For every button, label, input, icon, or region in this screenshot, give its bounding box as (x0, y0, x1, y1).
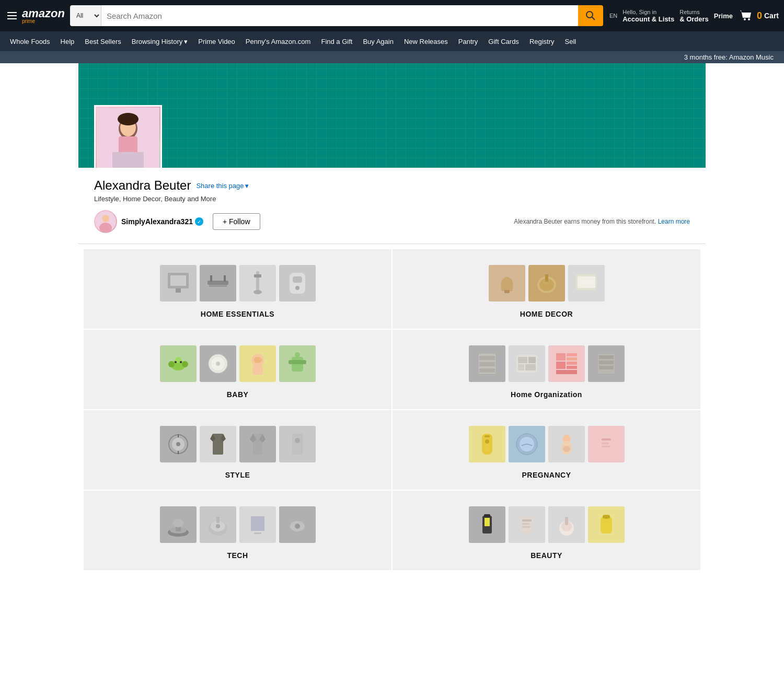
home-organization-label: Home Organization (511, 390, 582, 399)
svg-rect-31 (578, 276, 595, 288)
amazon-logo[interactable]: amazon prime (22, 8, 65, 24)
svg-rect-22 (254, 274, 261, 277)
home-essentials-images (160, 265, 316, 302)
nav-sell[interactable]: Sell (560, 34, 581, 49)
header-right: EN Hello, Sign in Account & Lists Return… (609, 7, 779, 24)
tech-images (160, 506, 316, 543)
pregnancy-img-4 (588, 426, 625, 462)
svg-rect-98 (254, 532, 261, 534)
svg-point-40 (216, 362, 220, 366)
profile-name: Alexandra Beuter (94, 178, 191, 193)
cart-button[interactable]: 0 Cart (738, 7, 779, 24)
category-home-essentials[interactable]: HOME ESSENTIALS (84, 249, 391, 329)
search-input[interactable] (101, 5, 578, 26)
svg-rect-18 (210, 275, 212, 282)
section-divider (78, 244, 706, 244)
svg-point-37 (180, 361, 182, 363)
svg-rect-59 (567, 357, 577, 361)
nav-browsing-history[interactable]: Browsing History ▾ (127, 34, 193, 49)
category-beauty[interactable]: BEAUTY (393, 491, 700, 570)
svg-rect-58 (567, 353, 577, 356)
svg-rect-95 (216, 517, 220, 523)
search-category-dropdown[interactable]: All (70, 5, 101, 26)
nav-registry[interactable]: Registry (525, 34, 559, 49)
tech-img-3 (239, 506, 276, 543)
category-tech[interactable]: TECH (84, 491, 391, 570)
profile-user-row: SimplyAlexandra321 ✓ + Follow (94, 210, 260, 233)
nav-gift-cards[interactable]: Gift Cards (483, 34, 524, 49)
svg-rect-86 (602, 443, 609, 444)
share-chevron-icon: ▾ (245, 182, 249, 190)
svg-rect-111 (565, 517, 568, 525)
svg-rect-24 (293, 276, 302, 283)
returns-top-text: Returns (679, 9, 709, 15)
svg-rect-64 (599, 355, 614, 359)
svg-rect-15 (176, 288, 181, 293)
beauty-img-4 (588, 506, 625, 543)
category-baby[interactable]: BABY (84, 330, 391, 409)
svg-rect-108 (522, 526, 531, 528)
tech-img-1 (160, 506, 197, 543)
nav-new-releases[interactable]: New Releases (399, 34, 453, 49)
language-selector[interactable]: EN (609, 13, 617, 19)
svg-rect-23 (290, 273, 305, 294)
svg-rect-53 (528, 357, 536, 363)
category-home-decor[interactable]: HOME DECOR (393, 249, 700, 329)
follow-button[interactable]: + Follow (213, 213, 260, 230)
hamburger-menu-button[interactable] (5, 10, 19, 21)
svg-rect-87 (602, 446, 610, 447)
prime-button[interactable]: Prime (714, 12, 733, 20)
baby-images (160, 345, 316, 382)
username-verified-row: SimplyAlexandra321 ✓ (121, 217, 203, 226)
style-img-3 (239, 426, 276, 462)
svg-rect-55 (525, 364, 536, 370)
home-essentials-label: HOME ESSENTIALS (201, 310, 274, 318)
nav-pantry[interactable]: Pantry (454, 34, 483, 49)
nav-help[interactable]: Help (56, 34, 79, 49)
prime-label: Prime (714, 12, 733, 20)
avatar (94, 210, 117, 233)
account-and-lists-button[interactable]: Hello, Sign in Account & Lists (622, 9, 674, 23)
pregnancy-images (469, 426, 625, 462)
svg-point-3 (748, 18, 750, 20)
nav-prime-video[interactable]: Prime Video (193, 34, 240, 49)
beauty-images (469, 506, 625, 543)
nav-whole-foods[interactable]: Whole Foods (5, 34, 55, 49)
category-home-organization[interactable]: Home Organization (393, 330, 700, 409)
svg-rect-71 (178, 451, 179, 454)
style-img-1 (160, 426, 197, 462)
search-button[interactable] (578, 5, 603, 26)
baby-img-1 (160, 345, 197, 382)
home-decor-images (489, 265, 605, 302)
baby-label: BABY (227, 390, 249, 399)
svg-rect-17 (209, 285, 227, 287)
home-essentials-img-1 (160, 265, 197, 302)
nav-best-sellers[interactable]: Best Sellers (80, 34, 125, 49)
baby-img-3 (239, 345, 276, 382)
home-organization-images (469, 345, 625, 382)
svg-rect-54 (518, 364, 524, 370)
nav-pennys-amazon[interactable]: Penny's Amazon.com (241, 34, 316, 49)
learn-more-link[interactable]: Learn more (658, 218, 690, 225)
svg-rect-77 (485, 435, 490, 437)
svg-rect-66 (599, 366, 614, 369)
svg-point-91 (173, 519, 183, 527)
svg-point-101 (295, 524, 300, 529)
category-style[interactable]: STYLE (84, 410, 391, 490)
search-bar: All (70, 5, 603, 26)
svg-rect-62 (556, 370, 577, 374)
profile-photo-svg (97, 108, 159, 168)
home-decor-img-3 (568, 265, 605, 302)
navigation-bar: Whole Foods Help Best Sellers Browsing H… (0, 31, 784, 51)
svg-rect-14 (170, 275, 186, 286)
pregnancy-img-3 (548, 426, 585, 462)
share-page-link[interactable]: Share this page ▾ (196, 182, 248, 190)
nav-buy-again[interactable]: Buy Again (358, 34, 398, 49)
pregnancy-label: PREGNANCY (522, 471, 571, 479)
nav-find-a-gift[interactable]: Find a Gift (316, 34, 357, 49)
category-pregnancy[interactable]: PREGNANCY (393, 410, 700, 490)
svg-rect-49 (479, 362, 495, 366)
returns-orders-button[interactable]: Returns & Orders (679, 9, 709, 23)
profile-actions-row: SimplyAlexandra321 ✓ + Follow Alexandra … (94, 210, 690, 233)
svg-rect-29 (545, 274, 548, 282)
